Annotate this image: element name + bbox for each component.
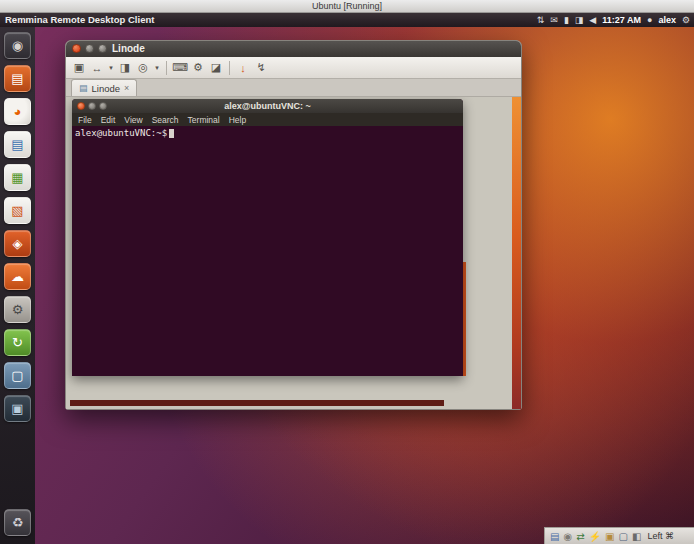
launcher-item-dash-home[interactable]: ◉ — [4, 32, 31, 59]
window-controls — [72, 44, 107, 53]
user-icon: ● — [647, 13, 652, 27]
resize-window-icon[interactable]: ↔ — [89, 59, 105, 77]
disconnect-icon[interactable]: ↓ — [235, 59, 251, 77]
remmina-toolbar: ▣ ↔ ▾ ◨ ◎ ▾ ⌨ ⚙ ◪ ↓ ↯ — [66, 57, 521, 79]
menu-help[interactable]: Help — [229, 115, 246, 125]
fullscreen-icon[interactable]: ▣ — [71, 59, 87, 77]
launcher-item-libreoffice-calc[interactable]: ▦ — [4, 164, 31, 191]
terminal-icon: ▣ — [11, 401, 23, 416]
display-icon[interactable]: ▢ — [619, 528, 628, 544]
launcher-item-firefox[interactable]: ◕ — [4, 98, 31, 125]
ubuntu-top-panel: Remmina Remote Desktop Client ⇅ ✉ ▮ ◨ ◀ … — [0, 13, 694, 27]
terminal-window-controls — [77, 102, 107, 110]
launcher-item-libreoffice-writer[interactable]: ▤ — [4, 131, 31, 158]
launcher-item-libreoffice-impress[interactable]: ▧ — [4, 197, 31, 224]
remmina-titlebar[interactable]: Linode — [66, 41, 521, 57]
remmina-tabbar: ▤ Linode × — [66, 79, 521, 97]
grab-keyboard-icon[interactable]: ⌨ — [172, 59, 188, 77]
terminal-minimize-button[interactable] — [88, 102, 96, 110]
screenshot-icon[interactable]: ◪ — [208, 59, 224, 77]
launcher-item-software-center[interactable]: ◈ — [4, 230, 31, 257]
terminal-close-button[interactable] — [77, 102, 85, 110]
window-title: Linode — [112, 41, 145, 57]
remote-wallpaper-strip — [512, 97, 521, 409]
launcher-item-trash[interactable]: ♻ — [4, 509, 31, 536]
menu-view[interactable]: View — [124, 115, 142, 125]
tab-linode[interactable]: ▤ Linode × — [71, 79, 137, 96]
launcher-item-system-settings[interactable]: ⚙ — [4, 296, 31, 323]
menu-file[interactable]: File — [78, 115, 92, 125]
user-menu[interactable]: alex — [658, 13, 676, 27]
update-icon: ↻ — [12, 335, 23, 350]
toolbar-separator — [166, 61, 167, 75]
keyboard-layout-icon[interactable]: ◨ — [575, 13, 584, 27]
network-icon[interactable]: ⇄ — [576, 528, 584, 544]
zoom-icon[interactable]: ◎ — [135, 59, 151, 77]
terminal-maximize-button[interactable] — [99, 102, 107, 110]
chevron-down-icon[interactable]: ▾ — [107, 59, 115, 77]
files-icon: ▤ — [11, 71, 23, 86]
gear-icon: ⚙ — [12, 302, 24, 317]
ubuntu-one-icon: ☁ — [11, 269, 24, 284]
calc-icon: ▦ — [11, 170, 23, 185]
scaled-mode-icon[interactable]: ◨ — [117, 59, 133, 77]
usb-icon[interactable]: ⚡ — [589, 528, 601, 544]
virtualbox-title: Ubuntu [Running] — [312, 1, 382, 11]
network-sync-icon[interactable]: ⇅ — [537, 13, 545, 27]
terminal-prompt: alex@ubuntuVNC:~$ — [75, 128, 167, 138]
virtualbox-titlebar[interactable]: Ubuntu [Running] — [0, 0, 694, 13]
app-menu-title[interactable]: Remmina Remote Desktop Client — [5, 13, 154, 27]
terminal-menubar: File Edit View Search Terminal Help — [72, 113, 463, 126]
unity-launcher: ◉ ▤ ◕ ▤ ▦ ▧ ◈ ☁ ⚙ ↻ ▢ ▣ ♻ — [0, 27, 35, 544]
launcher-item-terminal[interactable]: ▣ — [4, 395, 31, 422]
menu-terminal[interactable]: Terminal — [188, 115, 220, 125]
software-center-icon: ◈ — [13, 236, 23, 251]
toolbar-separator — [229, 61, 230, 75]
virtualbox-window: Ubuntu [Running] Remmina Remote Desktop … — [0, 0, 694, 544]
terminal-cursor — [169, 129, 174, 138]
shared-folders-icon[interactable]: ▣ — [605, 528, 614, 544]
remote-wallpaper-bottom-strip — [70, 400, 444, 406]
tab-close-icon[interactable]: × — [124, 83, 129, 93]
session-menu-icon[interactable]: ⚙ — [682, 13, 690, 27]
launcher-item-ubuntu-one[interactable]: ☁ — [4, 263, 31, 290]
volume-icon[interactable]: ◀ — [589, 13, 596, 27]
mouse-integration-icon[interactable]: ◧ — [632, 528, 641, 544]
maximize-button[interactable] — [98, 44, 107, 53]
plug-icon[interactable]: ↯ — [253, 59, 269, 77]
dash-home-icon: ◉ — [12, 38, 23, 53]
remmina-window: Linode ▣ ↔ ▾ ◨ ◎ ▾ ⌨ ⚙ ◪ ↓ ↯ ▤ Linode × — [65, 40, 522, 410]
firefox-icon: ◕ — [14, 104, 22, 119]
chevron-down-icon[interactable]: ▾ — [153, 59, 161, 77]
terminal-titlebar[interactable]: alex@ubuntuVNC: ~ — [72, 99, 463, 113]
writer-icon: ▤ — [11, 137, 23, 152]
system-tray: ⇅ ✉ ▮ ◨ ◀ 11:27 AM ● alex ⚙ — [537, 13, 690, 27]
trash-icon: ♻ — [12, 515, 24, 530]
preferences-icon[interactable]: ⚙ — [190, 59, 206, 77]
hdd-icon[interactable]: ▤ — [550, 528, 559, 544]
battery-icon[interactable]: ▮ — [564, 13, 569, 27]
remote-artifact-line — [463, 262, 466, 376]
remote-desktop-view[interactable]: alex@ubuntuVNC: ~ File Edit View Search … — [66, 97, 521, 409]
cd-icon[interactable]: ◉ — [563, 528, 572, 544]
launcher-item-update-manager[interactable]: ↻ — [4, 329, 31, 356]
clock[interactable]: 11:27 AM — [602, 13, 641, 27]
tab-label: Linode — [92, 83, 121, 94]
mail-icon[interactable]: ✉ — [550, 13, 558, 27]
remmina-icon: ▢ — [11, 368, 23, 383]
minimize-button[interactable] — [85, 44, 94, 53]
menu-edit[interactable]: Edit — [101, 115, 116, 125]
close-button[interactable] — [72, 44, 81, 53]
host-key-indicator: Left ⌘ — [647, 531, 674, 541]
terminal-title: alex@ubuntuVNC: ~ — [72, 99, 463, 113]
menu-search[interactable]: Search — [152, 115, 179, 125]
launcher-item-files[interactable]: ▤ — [4, 65, 31, 92]
virtualbox-statusbar: ▤ ◉ ⇄ ⚡ ▣ ▢ ◧ Left ⌘ — [544, 527, 694, 544]
launcher-item-remmina[interactable]: ▢ — [4, 362, 31, 389]
monitor-icon: ▤ — [79, 83, 88, 93]
terminal-window: alex@ubuntuVNC: ~ File Edit View Search … — [72, 99, 463, 376]
terminal-body[interactable]: alex@ubuntuVNC:~$ — [72, 126, 463, 376]
impress-icon: ▧ — [11, 203, 23, 218]
